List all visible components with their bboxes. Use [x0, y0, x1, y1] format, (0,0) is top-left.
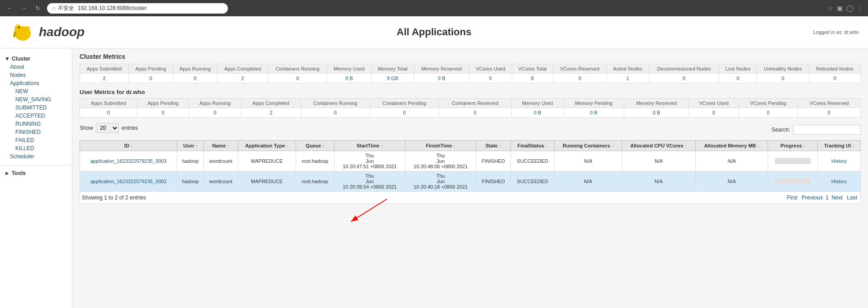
cluster-metric-header: Decommissioned Nodes	[649, 64, 719, 74]
app-allocated-cpu: N/A	[655, 179, 663, 184]
app-finish-time: Thu Jun 10 20:48:06 +0800 2021	[414, 153, 468, 169]
app-id-link[interactable]: application_1623322579235_0002	[90, 179, 167, 184]
app-name: wordcount	[209, 179, 232, 184]
tracking-ui-link[interactable]: History	[831, 158, 847, 164]
killed-link[interactable]: KILLED	[14, 144, 67, 152]
scheduler-link[interactable]: Scheduler	[8, 152, 67, 161]
apps-table-header[interactable]: StartTime ↕	[334, 141, 405, 151]
cluster-metric-link[interactable]: 0	[736, 76, 739, 81]
profile-icon[interactable]: ◯	[846, 5, 854, 12]
table-cell: N/A	[695, 171, 768, 192]
user-metric-value: 0 B	[624, 108, 689, 118]
first-page-link[interactable]: First	[787, 194, 797, 201]
failed-link[interactable]: FAILED	[14, 136, 67, 144]
user-metrics-table: Apps SubmittedApps PendingApps RunningAp…	[80, 98, 861, 118]
user-metric-value: 2	[241, 108, 301, 118]
apps-table-header[interactable]: Running Containers ↕	[554, 141, 622, 151]
user-metric-value: 0	[797, 108, 860, 118]
cluster-header[interactable]: ▼ Cluster	[5, 55, 67, 63]
reload-button[interactable]: ↻	[33, 4, 42, 13]
address-bar[interactable]: ⚠ 不安全 192.168.10.128:8088/cluster	[47, 3, 228, 14]
table-cell: FINISHED	[476, 171, 510, 192]
star-icon[interactable]: ☆	[827, 5, 833, 12]
logged-in-info: Logged in as: dr.who	[813, 29, 859, 35]
cluster-arrow-icon: ▼	[5, 56, 10, 62]
user-metric-header: Apps Completed	[241, 99, 301, 108]
apps-table-header[interactable]: Name ↕	[204, 141, 238, 151]
app-id-link[interactable]: application_1623322579235_0003	[90, 158, 167, 164]
forward-button[interactable]: →	[19, 4, 29, 13]
cluster-metric-value: 0	[757, 74, 809, 83]
apps-table-header[interactable]: FinishTime ↕	[405, 141, 476, 151]
apps-table-header[interactable]: Application Type ↕	[238, 141, 296, 151]
apps-table-header[interactable]: Allocated Memory MB ↕	[695, 141, 768, 151]
tools-arrow-icon: ►	[5, 170, 10, 176]
applications-link[interactable]: Applications	[8, 79, 67, 87]
cluster-metric-value: 0	[268, 74, 327, 83]
controls-row: Show 20 50 100 entries Search:	[80, 123, 861, 137]
table-cell: N/A	[622, 171, 695, 192]
cluster-metric-link[interactable]: 1	[626, 76, 629, 81]
table-cell: hadoop	[177, 151, 204, 171]
table-cell	[768, 171, 818, 192]
accepted-link[interactable]: ACCEPTED	[14, 112, 67, 120]
app-running-containers: N/A	[584, 158, 592, 164]
apps-table-header[interactable]: Queue ↕	[296, 141, 334, 151]
apps-table-header[interactable]: ID ↕	[80, 141, 177, 151]
showing-text: Showing 1 to 2 of 2 entries	[82, 194, 146, 201]
apps-table-header[interactable]: Allocated CPU VCores ↕	[622, 141, 695, 151]
cluster-metric-link[interactable]: 0	[834, 76, 836, 81]
page-header: hadoop All Applications Logged in as: dr…	[0, 16, 868, 48]
cluster-metric-link[interactable]: 0	[683, 76, 685, 81]
last-page-link[interactable]: Last	[847, 194, 857, 201]
next-page-link[interactable]: Next	[831, 194, 843, 201]
app-type: MAPREDUCE	[251, 158, 283, 164]
pagination-links: First Previous 1 Next Last	[786, 194, 859, 201]
sort-icon: ↕	[453, 144, 456, 148]
browser-chrome: ← → ↻ ⚠ 不安全 192.168.10.128:8088/cluster …	[0, 0, 868, 16]
table-cell: application_1623322579235_0003	[80, 151, 177, 171]
apps-table-header[interactable]: User ↕	[177, 141, 204, 151]
app-state: FINISHED	[482, 179, 505, 184]
apps-table-header[interactable]: Progress ↕	[768, 141, 818, 151]
table-cell: root.hadoop	[296, 151, 334, 171]
cluster-metric-value: 0	[553, 74, 607, 83]
cluster-metric-value: 2	[80, 74, 129, 83]
table-cell: MAPREDUCE	[238, 171, 296, 192]
tracking-ui-link[interactable]: History	[831, 179, 847, 184]
entries-select[interactable]: 20 50 100	[96, 123, 119, 133]
finished-link[interactable]: FINISHED	[14, 128, 67, 136]
running-link[interactable]: RUNNING	[14, 120, 67, 128]
new-saving-link[interactable]: NEW_SAVING	[14, 95, 67, 104]
cluster-metric-value: 1	[607, 74, 649, 83]
cluster-metric-header: Apps Completed	[217, 64, 268, 74]
user-metric-header: Containers Pending	[370, 99, 439, 108]
cluster-metric-value: 0	[719, 74, 757, 83]
about-link[interactable]: About	[8, 63, 67, 71]
app-queue: root.hadoop	[302, 158, 328, 164]
tools-header[interactable]: ► Tools	[5, 170, 67, 176]
search-bar: Search:	[772, 125, 861, 135]
extension-icon[interactable]: ▣	[837, 5, 843, 12]
user-metric-value: 0 B	[563, 108, 624, 118]
cluster-metric-header: Unhealthy Nodes	[757, 64, 809, 74]
cluster-metric-link[interactable]: 0	[782, 76, 784, 81]
table-cell: History	[818, 151, 861, 171]
cluster-metric-header: Rebooted Nodes	[809, 64, 861, 74]
previous-page-link[interactable]: Previous	[802, 194, 823, 201]
nodes-link[interactable]: Nodes	[8, 71, 67, 79]
search-input[interactable]	[793, 125, 861, 135]
new-link[interactable]: NEW	[14, 87, 67, 95]
app-start-time: Thu Jun 10 20:47:51 +0800 2021	[343, 153, 397, 169]
back-button[interactable]: ←	[5, 4, 14, 13]
sort-icon: ↕	[852, 144, 854, 148]
cluster-section: ▼ Cluster About Nodes Applications NEW N…	[0, 53, 72, 162]
apps-table-header[interactable]: FinalStatus ↕	[510, 141, 554, 151]
apps-table-header[interactable]: Tracking UI ↕	[818, 141, 861, 151]
apps-table-header[interactable]: State ↕	[476, 141, 510, 151]
show-label: Show	[80, 125, 93, 131]
page-number: 1	[826, 194, 829, 201]
user-metric-value: 0	[137, 108, 189, 118]
menu-icon[interactable]: ⋮	[857, 5, 863, 12]
submitted-link[interactable]: SUBMITTED	[14, 104, 67, 112]
